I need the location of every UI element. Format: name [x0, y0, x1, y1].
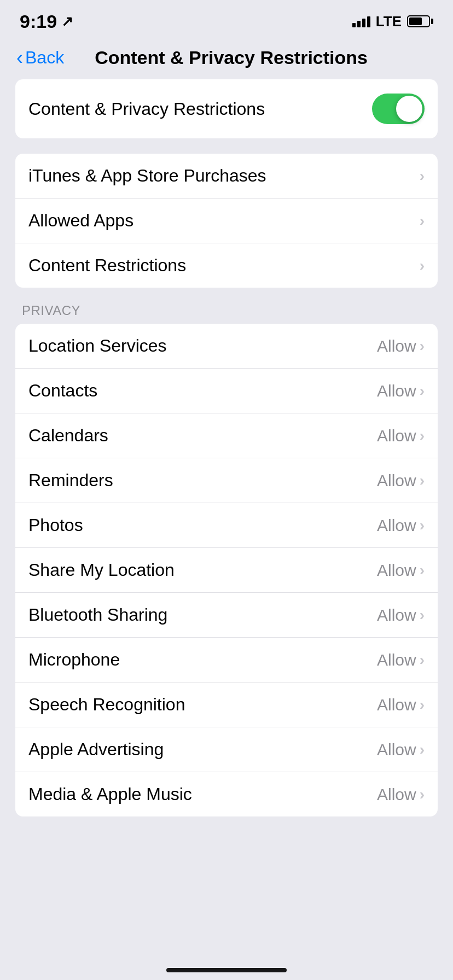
calendars-value: Allow — [377, 427, 416, 445]
content-restrictions-item[interactable]: Content Restrictions › — [15, 243, 438, 288]
signal-bar-1 — [352, 23, 356, 27]
calendars-right: Allow › — [377, 427, 425, 445]
apple-advertising-item[interactable]: Apple Advertising Allow › — [15, 727, 438, 772]
location-services-item[interactable]: Location Services Allow › — [15, 324, 438, 369]
chevron-right-icon: › — [420, 696, 425, 714]
battery-icon — [407, 15, 433, 27]
page-title: Content & Privacy Restrictions — [69, 47, 393, 68]
content-restrictions-label: Content Restrictions — [28, 255, 186, 276]
nav-header: ‹ Back Content & Privacy Restrictions — [0, 38, 453, 79]
chevron-right-icon: › — [420, 741, 425, 759]
calendars-item[interactable]: Calendars Allow › — [15, 413, 438, 458]
microphone-item[interactable]: Microphone Allow › — [15, 638, 438, 682]
share-my-location-label: Share My Location — [28, 560, 175, 580]
allowed-apps-right: › — [420, 212, 425, 230]
signal-bar-4 — [367, 16, 370, 27]
photos-value: Allow — [377, 516, 416, 535]
signal-bar-3 — [362, 19, 365, 27]
toggle-label: Content & Privacy Restrictions — [28, 99, 265, 119]
chevron-right-icon: › — [420, 606, 425, 624]
back-chevron-icon: ‹ — [16, 48, 23, 68]
time-display: 9:19 — [20, 11, 57, 32]
bluetooth-sharing-value: Allow — [377, 606, 416, 625]
back-label: Back — [25, 48, 64, 68]
reminders-value: Allow — [377, 471, 416, 490]
bluetooth-sharing-label: Bluetooth Sharing — [28, 605, 167, 625]
allowed-apps-item[interactable]: Allowed Apps › — [15, 199, 438, 243]
itunes-purchases-item[interactable]: iTunes & App Store Purchases › — [15, 154, 438, 199]
contacts-label: Contacts — [28, 381, 97, 401]
chevron-right-icon: › — [420, 472, 425, 489]
home-indicator — [166, 968, 287, 972]
share-my-location-value: Allow — [377, 561, 416, 580]
bluetooth-sharing-right: Allow › — [377, 606, 425, 625]
chevron-right-icon: › — [420, 427, 425, 445]
reminders-item[interactable]: Reminders Allow › — [15, 458, 438, 503]
signal-bars — [352, 15, 370, 27]
privacy-section-card: Location Services Allow › Contacts Allow… — [15, 324, 438, 816]
battery-fill — [409, 18, 422, 25]
status-bar: 9:19 ↗ LTE — [0, 0, 453, 38]
location-services-value: Allow — [377, 337, 416, 355]
lte-label: LTE — [376, 13, 402, 30]
bluetooth-sharing-item[interactable]: Bluetooth Sharing Allow › — [15, 593, 438, 638]
back-button[interactable]: ‹ Back — [16, 48, 64, 68]
microphone-value: Allow — [377, 651, 416, 669]
chevron-right-icon: › — [420, 212, 425, 230]
photos-label: Photos — [28, 515, 83, 535]
content-restrictions-right: › — [420, 257, 425, 275]
speech-recognition-value: Allow — [377, 696, 416, 714]
toggle-knob — [396, 96, 422, 122]
reminders-right: Allow › — [377, 471, 425, 490]
main-content: Content & Privacy Restrictions iTunes & … — [0, 79, 453, 816]
contacts-item[interactable]: Contacts Allow › — [15, 369, 438, 413]
apple-advertising-right: Allow › — [377, 740, 425, 759]
speech-recognition-item[interactable]: Speech Recognition Allow › — [15, 682, 438, 727]
media-apple-music-value: Allow — [377, 785, 416, 804]
menu-section-card: iTunes & App Store Purchases › Allowed A… — [15, 154, 438, 288]
calendars-label: Calendars — [28, 425, 108, 446]
chevron-right-icon: › — [420, 517, 425, 534]
share-my-location-item[interactable]: Share My Location Allow › — [15, 548, 438, 593]
speech-recognition-right: Allow › — [377, 696, 425, 714]
itunes-purchases-right: › — [420, 167, 425, 185]
share-my-location-right: Allow › — [377, 561, 425, 580]
content-privacy-toggle[interactable] — [372, 94, 425, 124]
chevron-right-icon: › — [420, 257, 425, 275]
status-right-icons: LTE — [352, 13, 433, 30]
chevron-right-icon: › — [420, 651, 425, 669]
media-apple-music-right: Allow › — [377, 785, 425, 804]
location-services-right: Allow › — [377, 337, 425, 355]
contacts-right: Allow › — [377, 382, 425, 400]
media-apple-music-item[interactable]: Media & Apple Music Allow › — [15, 772, 438, 816]
media-apple-music-label: Media & Apple Music — [28, 784, 192, 804]
chevron-right-icon: › — [420, 382, 425, 400]
toggle-row: Content & Privacy Restrictions — [28, 79, 425, 138]
photos-right: Allow › — [377, 516, 425, 535]
contacts-value: Allow — [377, 382, 416, 400]
photos-item[interactable]: Photos Allow › — [15, 503, 438, 548]
microphone-right: Allow › — [377, 651, 425, 669]
location-services-label: Location Services — [28, 336, 167, 356]
microphone-label: Microphone — [28, 650, 120, 670]
speech-recognition-label: Speech Recognition — [28, 695, 185, 715]
battery-body — [407, 15, 430, 27]
apple-advertising-label: Apple Advertising — [28, 739, 164, 760]
apple-advertising-value: Allow — [377, 740, 416, 759]
chevron-right-icon: › — [420, 167, 425, 185]
chevron-right-icon: › — [420, 562, 425, 579]
itunes-purchases-label: iTunes & App Store Purchases — [28, 166, 266, 186]
chevron-right-icon: › — [420, 337, 425, 355]
status-time: 9:19 ↗ — [20, 11, 73, 32]
toggle-card: Content & Privacy Restrictions — [15, 79, 438, 138]
signal-bar-2 — [357, 21, 361, 27]
privacy-section-label: PRIVACY — [15, 303, 438, 324]
battery-tip — [431, 19, 433, 24]
allowed-apps-label: Allowed Apps — [28, 211, 133, 231]
reminders-label: Reminders — [28, 470, 113, 491]
location-arrow-icon: ↗ — [61, 13, 73, 30]
chevron-right-icon: › — [420, 786, 425, 803]
